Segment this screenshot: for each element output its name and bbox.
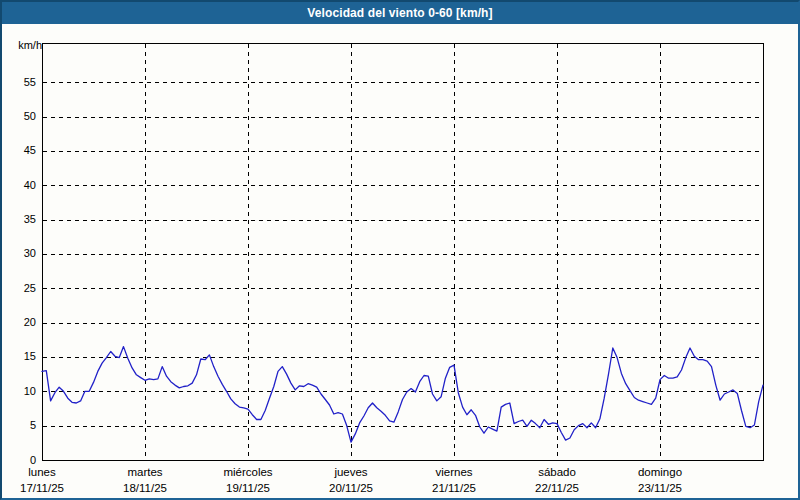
x-day-label: martes18/11/25: [95, 464, 195, 497]
x-day-label: domingo23/11/25: [610, 464, 710, 497]
y-tick-label: 10: [2, 385, 36, 398]
y-tick-label: 55: [2, 76, 36, 89]
day-date: 22/11/25: [507, 480, 607, 497]
y-tick-label: 40: [2, 179, 36, 192]
y-tick-label: 35: [2, 213, 36, 226]
day-name: martes: [95, 464, 195, 480]
y-tick-label: 5: [2, 419, 36, 432]
day-name: sábado: [507, 464, 607, 480]
x-day-label: viernes21/11/25: [404, 464, 504, 497]
x-day-label: sábado22/11/25: [507, 464, 607, 497]
day-date: 23/11/25: [610, 480, 710, 497]
y-tick-label: 25: [2, 282, 36, 295]
x-day-label: lunes17/11/25: [0, 464, 92, 497]
window-frame: Velocidad del viento 0-60 [km/h] km/h 05…: [0, 0, 800, 500]
day-name: jueves: [301, 464, 401, 480]
day-date: 19/11/25: [198, 480, 298, 497]
day-date: 20/11/25: [301, 480, 401, 497]
y-axis-unit-label: km/h: [8, 39, 42, 51]
day-date: 18/11/25: [95, 480, 195, 497]
day-date: 21/11/25: [404, 480, 504, 497]
y-tick-label: 15: [2, 350, 36, 363]
x-day-label: jueves20/11/25: [301, 464, 401, 497]
day-name: viernes: [404, 464, 504, 480]
day-date: 17/11/25: [0, 480, 92, 497]
day-name: miércoles: [198, 464, 298, 480]
wind-speed-line: [42, 347, 763, 443]
y-tick-label: 30: [2, 247, 36, 260]
wind-speed-chart: [2, 2, 800, 500]
y-tick-label: 50: [2, 110, 36, 123]
y-tick-label: 45: [2, 144, 36, 157]
day-name: lunes: [0, 464, 92, 480]
y-tick-label: 20: [2, 316, 36, 329]
day-name: domingo: [610, 464, 710, 480]
x-day-label: miércoles19/11/25: [198, 464, 298, 497]
